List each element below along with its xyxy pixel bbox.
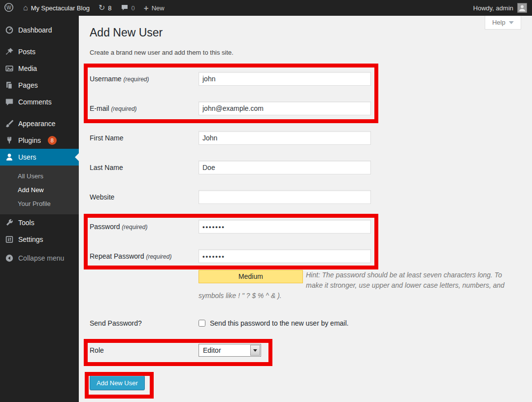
last-name-row: Last Name <box>90 161 532 174</box>
users-submenu: All Users Add New Your Profile <box>0 166 79 214</box>
sidebar-item-media[interactable]: Media <box>0 60 79 77</box>
required-note: (required) <box>111 105 137 112</box>
my-account-menu[interactable]: Howdy, admin <box>473 3 532 13</box>
password-row: Password (required) <box>90 220 532 234</box>
username-input[interactable] <box>199 72 371 86</box>
role-select[interactable]: Editor <box>199 344 261 357</box>
username-label: Username (required) <box>90 75 199 83</box>
password-strength-indicator: Medium <box>199 270 303 283</box>
last-name-input[interactable] <box>199 161 371 174</box>
new-plus-icon: + <box>144 4 149 12</box>
first-name-row: First Name <box>90 131 532 145</box>
tools-icon <box>4 218 14 228</box>
email-label: E-mail (required) <box>90 104 199 112</box>
page-title: Add New User <box>90 26 532 40</box>
avatar <box>517 3 527 13</box>
password-strength-row: Medium Hint: The password should be at l… <box>90 270 532 301</box>
sidebar-item-label: Users <box>18 153 36 161</box>
email-row: E-mail (required) <box>90 101 532 115</box>
role-select-arrow-icon <box>250 345 260 356</box>
sidebar-item-label: Comments <box>18 98 52 106</box>
pages-icon <box>4 80 14 90</box>
first-name-input[interactable] <box>199 131 371 145</box>
help-caret-icon <box>509 21 514 24</box>
role-selected-value: Editor <box>199 346 250 354</box>
email-input[interactable] <box>199 101 371 115</box>
sidebar-item-label: Posts <box>18 48 35 56</box>
send-password-row: Send Password? Send this password to the… <box>90 319 532 327</box>
first-name-label: First Name <box>90 134 199 142</box>
username-row: Username (required) <box>90 72 532 86</box>
role-row: Role Editor <box>90 344 532 357</box>
help-button[interactable]: Help <box>485 16 521 30</box>
sidebar-item-settings[interactable]: Settings <box>0 231 79 248</box>
wordpress-logo: W <box>4 2 14 14</box>
website-input[interactable] <box>199 190 371 204</box>
send-password-checkbox-label: Send this password to the new user by em… <box>210 319 349 327</box>
howdy-text: Howdy, admin <box>473 4 513 12</box>
password-label: Password (required) <box>90 223 199 231</box>
collapse-menu-label: Collapse menu <box>18 254 64 262</box>
main-content: Help Add New User Create a brand new use… <box>79 16 532 402</box>
sidebar-item-dashboard[interactable]: Dashboard <box>0 22 79 38</box>
sidebar-item-label: Dashboard <box>18 26 52 34</box>
media-icon <box>4 64 14 73</box>
comments-icon <box>4 97 14 107</box>
repeat-password-input[interactable] <box>199 249 371 263</box>
new-label: New <box>152 4 165 12</box>
submenu-item-add-new[interactable]: Add New <box>0 183 79 197</box>
appearance-icon <box>4 119 14 129</box>
password-hint: Medium Hint: The password should be at l… <box>199 270 507 301</box>
admin-bar: W ⌂ My Spectacular Blog ↻ 8 0 + New Howd… <box>0 0 532 16</box>
sidebar-item-label: Settings <box>18 235 43 243</box>
add-user-form: Username (required) E-mail (required) Fi… <box>90 72 532 390</box>
sidebar-item-tools[interactable]: Tools <box>0 214 79 231</box>
admin-sidebar: Dashboard Posts Media Pages Comments App… <box>0 16 79 402</box>
plugins-update-badge: 8 <box>48 136 57 145</box>
sidebar-item-plugins[interactable]: Plugins 8 <box>0 132 79 149</box>
site-name: My Spectacular Blog <box>31 4 90 12</box>
sidebar-item-comments[interactable]: Comments <box>0 94 79 110</box>
settings-icon <box>4 234 14 244</box>
site-menu[interactable]: ⌂ My Spectacular Blog <box>19 0 94 16</box>
posts-icon <box>4 47 14 57</box>
sidebar-item-appearance[interactable]: Appearance <box>0 115 79 132</box>
submenu-item-your-profile[interactable]: Your Profile <box>0 197 79 210</box>
home-icon: ⌂ <box>23 4 28 12</box>
send-password-label: Send Password? <box>90 319 199 327</box>
add-new-user-button[interactable]: Add New User <box>90 375 145 390</box>
website-label: Website <box>90 193 199 201</box>
comments-menu[interactable]: 0 <box>116 0 139 16</box>
comments-bubble-icon <box>121 3 129 13</box>
required-note: (required) <box>146 253 171 260</box>
password-input[interactable] <box>199 220 371 234</box>
wordpress-logo-menu[interactable]: W <box>0 0 19 16</box>
plugins-icon <box>4 135 14 145</box>
required-note: (required) <box>122 224 147 231</box>
page-description: Create a brand new user and add them to … <box>90 49 532 57</box>
updates-icon: ↻ <box>99 4 105 12</box>
svg-text:W: W <box>6 5 11 10</box>
repeat-password-row: Repeat Password (required) <box>90 249 532 263</box>
required-note: (required) <box>123 76 149 83</box>
role-label: Role <box>90 346 199 354</box>
new-menu[interactable]: + New <box>139 0 169 16</box>
send-password-checkbox[interactable] <box>199 320 205 327</box>
sidebar-item-users[interactable]: Users <box>0 149 79 166</box>
users-icon <box>4 152 14 162</box>
sidebar-item-posts[interactable]: Posts <box>0 43 79 60</box>
updates-menu[interactable]: ↻ 8 <box>94 0 116 16</box>
sidebar-item-pages[interactable]: Pages <box>0 77 79 94</box>
submenu-item-all-users[interactable]: All Users <box>0 169 79 183</box>
dashboard-icon <box>4 25 14 35</box>
sidebar-item-label: Plugins <box>18 136 41 144</box>
collapse-menu-button[interactable]: Collapse menu <box>0 250 79 267</box>
comments-count: 0 <box>132 4 135 12</box>
help-label: Help <box>492 19 505 26</box>
website-row: Website <box>90 190 532 204</box>
sidebar-item-label: Tools <box>18 219 34 227</box>
sidebar-item-label: Media <box>18 65 37 72</box>
sidebar-item-label: Pages <box>18 81 38 89</box>
last-name-label: Last Name <box>90 164 199 171</box>
sidebar-item-label: Appearance <box>18 120 56 128</box>
